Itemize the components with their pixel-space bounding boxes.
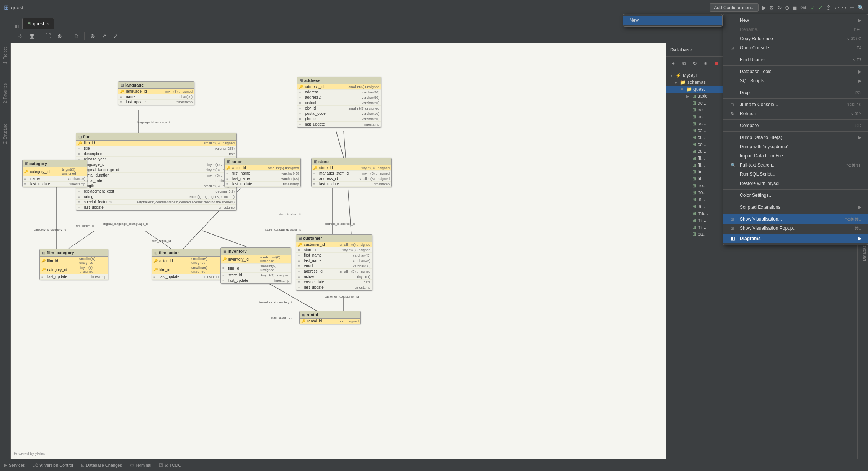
- context-menu: New ▶ Rename... ⇧F6 Copy Reference ⌥⌘⇧C: [723, 14, 868, 245]
- ctx-new-label: New: [740, 18, 749, 23]
- project-panel-label[interactable]: 1: Project: [2, 46, 8, 65]
- select-tool-button[interactable]: ⊹: [15, 31, 25, 41]
- export-button[interactable]: ↗: [99, 31, 109, 41]
- ctx-diagrams-arrow: ▶: [858, 236, 861, 241]
- ctx-dump-mysqldump[interactable]: Dump with 'mysqldump': [723, 142, 868, 151]
- database-changes-status[interactable]: ⊡ Database Changes: [81, 463, 122, 468]
- table-store-name: store: [318, 159, 329, 164]
- ctx-show-vis[interactable]: ⊡ Show Visualisation... ⌥⌘⌘U: [723, 214, 868, 224]
- ctx-jump-console[interactable]: ⊡ Jump to Console... ⇧⌘F10: [723, 100, 868, 109]
- ctx-show-vis-popup-icon: ⊡: [731, 226, 737, 231]
- structure-panel-label[interactable]: Z: Structure: [2, 122, 8, 145]
- ctx-open-console[interactable]: ⊡ Open Console F4: [723, 43, 868, 52]
- ctx-sql-scripts[interactable]: SQL Scripts ▶: [723, 76, 868, 85]
- ctx-show-vis-popup[interactable]: ⊡ Show Visualisation Popup... ⌘U: [723, 224, 868, 233]
- ctx-refresh[interactable]: ↻ Refresh ⌥⌘Y: [723, 109, 868, 118]
- favorites-panel-label[interactable]: 2: Favorites: [2, 82, 8, 105]
- copy-button[interactable]: ⧉: [679, 59, 689, 68]
- ctx-sep-4: [723, 98, 868, 99]
- ctx-show-vis-label: Show Visualisation...: [740, 216, 782, 222]
- database-changes-label: Database Changes: [86, 463, 122, 468]
- toolbar-sep-2: [68, 32, 68, 40]
- ctx-jump-icon: ⊡: [731, 103, 737, 107]
- ctx-run-sql[interactable]: Run SQL Script...: [723, 170, 868, 179]
- expand-button[interactable]: ⛶: [43, 31, 53, 41]
- ctx-db-tools[interactable]: Database Tools ▶: [723, 67, 868, 76]
- ctx-copy-ref-label: Copy Reference: [740, 36, 773, 41]
- add-datasource-button[interactable]: +: [669, 59, 678, 68]
- ctx-rename-label: Rename...: [740, 27, 761, 32]
- ctx-new-arrow: ▶: [858, 18, 861, 23]
- git-redo-icon[interactable]: ↪: [842, 5, 847, 11]
- ctx-import-data[interactable]: Import Data from File...: [723, 151, 868, 160]
- guest-tab[interactable]: ⊞ guest ✕: [22, 18, 54, 29]
- services-status[interactable]: ▶ Services: [4, 463, 25, 468]
- ctx-scripted-arrow: ▶: [858, 204, 861, 210]
- terminal-status[interactable]: ▭ Terminal: [130, 463, 152, 468]
- ctx-restore[interactable]: Restore with 'mysql': [723, 179, 868, 188]
- ctx-sep-1: [723, 54, 868, 54]
- ctx-copy-ref[interactable]: Copy Reference ⌥⌘⇧C: [723, 34, 868, 43]
- title-text: guest: [11, 5, 710, 10]
- git-history-icon[interactable]: ⏱: [826, 5, 831, 11]
- ctx-find-usages[interactable]: Find Usages ⌥F7: [723, 55, 868, 64]
- ctx-restore-label: Restore with 'mysql': [740, 181, 780, 186]
- project-icon[interactable]: ◧: [15, 23, 19, 29]
- new-submenu-new[interactable]: New: [623, 16, 722, 25]
- ctx-diagrams-label: Diagrams: [740, 236, 761, 241]
- git-undo-icon[interactable]: ↩: [834, 5, 839, 11]
- ctx-new[interactable]: New ▶: [723, 16, 868, 25]
- ctx-fulltext[interactable]: 🔍 Full-text Search... ⌥⌘⇧F: [723, 160, 868, 170]
- ctx-dump-mysql-label: Dump with 'mysqldump': [740, 144, 788, 149]
- statusbar: ▶ Services ⎇ 9: Version Control ⊡ Databa…: [0, 459, 868, 471]
- todo-status[interactable]: ☑ 6: TODO: [159, 463, 181, 468]
- ctx-sep-8: [723, 201, 868, 201]
- ctx-open-console-label: Open Console: [740, 45, 769, 51]
- ctx-jump-shortcut: ⇧⌘F10: [847, 102, 861, 107]
- ctx-drop[interactable]: Drop ⌦: [723, 88, 868, 97]
- zoom-in-button[interactable]: ⊕: [55, 31, 65, 41]
- stop-db-button[interactable]: ◼: [711, 59, 721, 68]
- git-push-icon[interactable]: ✓: [818, 5, 823, 11]
- ctx-drop-shortcut: ⌦: [855, 90, 861, 95]
- database-panel: Database 🌐 ⊟ ⚙ − + ⧉ ↻ ⊞ ◼ ▦ ✎ ⊡ ▽ ▼: [666, 43, 857, 459]
- ctx-rename[interactable]: Rename... ⇧F6: [723, 25, 868, 34]
- ctx-compare[interactable]: Compare ⌘D: [723, 121, 868, 130]
- ctx-find-label: Find Usages: [740, 57, 765, 62]
- ctx-sep-9: [723, 213, 868, 213]
- ctx-import-label: Import Data from File...: [740, 153, 787, 159]
- table-category-name: category: [29, 161, 47, 166]
- tab-close-icon[interactable]: ✕: [46, 21, 49, 26]
- add-config-button[interactable]: Add Configuration...: [710, 3, 759, 12]
- fit-button[interactable]: ⤢: [111, 31, 121, 41]
- table-tool-button[interactable]: ▦: [27, 31, 37, 41]
- build-icon[interactable]: ⚙: [769, 5, 774, 11]
- terminal-icon[interactable]: ▭: [850, 5, 855, 11]
- ctx-run-sql-label: Run SQL Script...: [740, 172, 775, 177]
- version-control-status[interactable]: ⎇ 9: Version Control: [33, 463, 73, 468]
- table-inventory-name: inventory: [228, 249, 247, 253]
- left-sidebar: 1: Project 2: Favorites Z: Structure: [0, 43, 11, 459]
- ctx-color-settings[interactable]: Color Settings...: [723, 191, 868, 200]
- schema-button[interactable]: ⊞: [701, 59, 710, 68]
- print-button[interactable]: ⎙: [71, 31, 81, 41]
- git-check-icon[interactable]: ✓: [811, 5, 815, 11]
- ctx-dump-data[interactable]: Dump Data to File(s) ▶: [723, 133, 868, 142]
- ctx-color-label: Color Settings...: [740, 193, 772, 198]
- table-film-category: ⊞film_category 🔑film_idsmallint(5) unsig…: [39, 249, 108, 280]
- svg-text:customer_id:customer_id: customer_id:customer_id: [325, 295, 359, 298]
- ctx-diagrams[interactable]: ◧ Diagrams ▶: [723, 234, 868, 243]
- layout-button[interactable]: ⊛: [88, 31, 98, 41]
- reload-icon[interactable]: ↻: [777, 5, 782, 11]
- coverage-icon[interactable]: ⊙: [785, 5, 790, 11]
- ctx-scripted-ext[interactable]: Scripted Extensions ▶: [723, 203, 868, 212]
- database-panel-title: Database: [670, 47, 692, 52]
- run-icon[interactable]: ▶: [762, 4, 766, 11]
- stop-icon[interactable]: ◼: [793, 5, 797, 11]
- ctx-open-console-icon: ⊡: [731, 46, 737, 50]
- svg-text:inventory_id:inventory_id: inventory_id:inventory_id: [259, 301, 294, 304]
- search-icon[interactable]: 🔍: [858, 5, 864, 11]
- ctx-rename-shortcut: ⇧F6: [853, 27, 861, 32]
- app-icon: ⊞: [4, 4, 9, 11]
- refresh-db-button[interactable]: ↻: [690, 59, 699, 68]
